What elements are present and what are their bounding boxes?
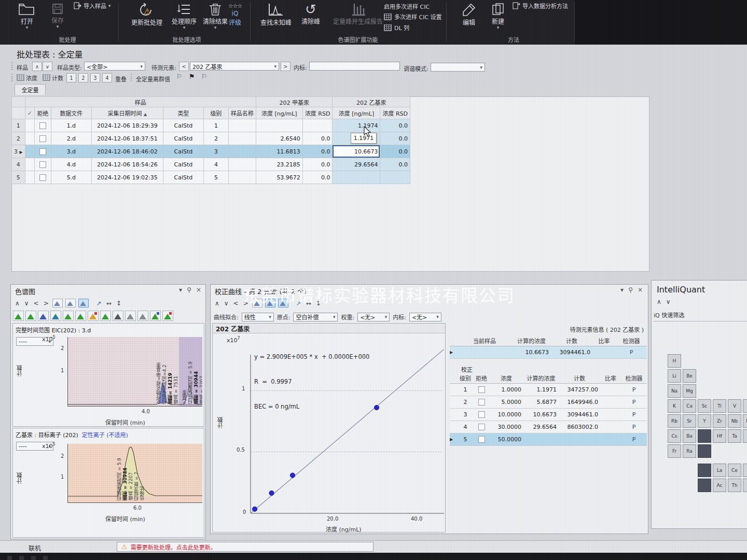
periodic-element-Pr[interactable]: Pr bbox=[743, 464, 747, 477]
find-unknown-peaks-button[interactable]: 查找未知峰 bbox=[258, 3, 294, 26]
update-warning-message[interactable]: ⚠ 需要更新批处理。点击此处更新。 bbox=[117, 542, 374, 552]
periodic-element-Pa[interactable]: Pa bbox=[743, 479, 747, 492]
nav-prev-button[interactable]: < bbox=[33, 300, 40, 307]
overlay-toggle[interactable]: 重叠 bbox=[115, 75, 127, 83]
conc-cell[interactable]: 10.0000 bbox=[489, 409, 523, 421]
col-header-et-rsd[interactable]: 浓度 RSD bbox=[380, 107, 410, 119]
nav-down-button[interactable]: ∨ bbox=[223, 300, 230, 307]
periodic-element-Y[interactable]: Y bbox=[698, 414, 711, 428]
col-header-me-conc[interactable]: 浓度 [ng/mL] bbox=[256, 107, 302, 119]
zoom-out-full-button[interactable]: ↗ bbox=[295, 300, 302, 307]
peak-tool-icon-12[interactable] bbox=[162, 311, 173, 321]
autoscale-y-button[interactable]: ↕ bbox=[115, 300, 122, 307]
calc-conc-cell[interactable]: 10.6673 bbox=[523, 409, 559, 421]
peak-tool-icon-3[interactable] bbox=[50, 311, 61, 321]
periodic-element-Ac[interactable]: Ac bbox=[713, 479, 726, 492]
et-conc-cell[interactable]: 29.6564 bbox=[333, 158, 380, 171]
reject-cell[interactable] bbox=[34, 119, 51, 132]
periodic-element-V[interactable]: V bbox=[728, 399, 741, 413]
nav-next-button[interactable]: > bbox=[242, 300, 250, 307]
samplename-cell[interactable] bbox=[228, 119, 256, 132]
autoscale-y-button[interactable]: ↕ bbox=[315, 300, 322, 307]
me-rsd-cell[interactable]: 0.0 bbox=[302, 132, 333, 145]
samplename-cell[interactable] bbox=[228, 171, 256, 184]
me-conc-cell[interactable]: 11.6813 bbox=[256, 145, 302, 158]
datafile-cell[interactable]: 5.d bbox=[51, 171, 91, 184]
periodic-element-Ba[interactable]: Ba bbox=[683, 429, 696, 443]
level-cell[interactable]: 1 bbox=[203, 119, 228, 132]
peak-tool-icon-7[interactable] bbox=[100, 311, 111, 321]
conc-cell[interactable]: 50.0000 bbox=[489, 433, 523, 446]
ratio-cell[interactable] bbox=[600, 409, 621, 421]
col-conc[interactable]: 浓度 bbox=[489, 373, 523, 384]
datafile-cell[interactable]: 4.d bbox=[51, 158, 91, 171]
reject-checkbox[interactable] bbox=[39, 122, 46, 129]
both-view-button[interactable] bbox=[278, 299, 288, 307]
istd-select[interactable] bbox=[309, 62, 400, 71]
level-cell[interactable]: 5 bbox=[203, 171, 228, 184]
calibration-level-row[interactable]: 310.000010.66733094461.0P bbox=[450, 409, 647, 421]
peak-tool-icon-0[interactable] bbox=[13, 311, 24, 321]
flag-cell[interactable] bbox=[25, 171, 34, 184]
tab-full-quant[interactable]: 全定量 bbox=[15, 84, 46, 95]
layout-list-button[interactable] bbox=[65, 299, 76, 307]
datafile-cell[interactable]: 1.d bbox=[51, 119, 91, 132]
col-calc-conc[interactable]: 计算的浓度 bbox=[523, 373, 559, 384]
show-concentration-toggle[interactable]: 浓度 bbox=[16, 73, 38, 82]
reject-checkbox[interactable] bbox=[478, 411, 485, 418]
nav-down-button[interactable]: ∨ bbox=[23, 300, 30, 307]
me-conc-cell[interactable]: 53.9672 bbox=[256, 171, 302, 184]
col-reject[interactable]: 拒绝 bbox=[474, 373, 489, 384]
level-cell[interactable]: 5 bbox=[457, 433, 474, 446]
datetime-cell[interactable]: 2024-12-06 18:54:26 bbox=[91, 158, 163, 171]
new-method-button[interactable]: 新建 ▾ bbox=[486, 3, 510, 29]
peak-tool-icon-9[interactable] bbox=[125, 311, 136, 321]
col-ratio[interactable]: 比率 bbox=[592, 335, 616, 346]
reject-cell[interactable] bbox=[34, 132, 51, 145]
reject-checkbox[interactable] bbox=[478, 424, 485, 430]
datetime-cell[interactable]: 2024-12-06 19:02:35 bbox=[91, 171, 163, 184]
fit-setting-select-1[interactable]: 空白补偿▾ bbox=[293, 313, 338, 321]
nav-up-button[interactable]: ∧ bbox=[214, 300, 220, 307]
reject-checkbox[interactable] bbox=[478, 399, 485, 405]
counts-cell[interactable]: 3094461.0 bbox=[559, 409, 600, 421]
col-level[interactable]: 级别 bbox=[457, 373, 474, 384]
col-counts[interactable]: 计数 bbox=[551, 335, 592, 346]
flag-cell[interactable] bbox=[25, 158, 34, 171]
reject-checkbox[interactable] bbox=[39, 174, 46, 181]
iq-rating-button[interactable]: ☆☆☆ iQ 评级 bbox=[222, 3, 248, 26]
digit-2-button[interactable]: 2 bbox=[78, 73, 88, 82]
periodic-element-Ta[interactable]: Ta bbox=[728, 429, 741, 443]
close-icon[interactable]: × bbox=[196, 286, 201, 293]
show-counts-toggle[interactable]: 计数 bbox=[42, 73, 64, 82]
tune-mode-select[interactable]: ▾ bbox=[431, 63, 485, 72]
conc-cell[interactable]: 1.0000 bbox=[489, 384, 523, 396]
reject-checkbox[interactable] bbox=[478, 386, 485, 393]
datetime-cell[interactable]: 2024-12-06 18:46:02 bbox=[91, 145, 163, 158]
et-rsd-cell[interactable]: 0.0 bbox=[380, 158, 410, 171]
nav-up-button[interactable]: ∧ bbox=[14, 300, 21, 307]
iq-quick-filter[interactable]: iQ 快速筛选 bbox=[654, 311, 747, 321]
analyte-next-button[interactable]: > bbox=[281, 62, 290, 71]
et-rsd-cell[interactable] bbox=[380, 171, 410, 184]
reject-checkbox[interactable] bbox=[39, 135, 46, 142]
menu-down-icon[interactable]: ▾ bbox=[620, 286, 624, 293]
et-rsd-cell[interactable]: 0.0 bbox=[380, 132, 410, 145]
peak-tool-icon-1[interactable] bbox=[25, 311, 36, 321]
ratio-cell[interactable] bbox=[600, 396, 621, 409]
autoscale-x-button[interactable]: ↔ bbox=[105, 300, 113, 307]
outlier-grip[interactable] bbox=[131, 74, 134, 81]
level-cell[interactable]: 4 bbox=[457, 421, 474, 433]
col-detector[interactable]: 检测器 bbox=[616, 335, 647, 346]
peak-tool-icon-11[interactable] bbox=[150, 311, 161, 321]
flag-cell[interactable] bbox=[25, 119, 34, 132]
edit-method-button[interactable]: 编辑 bbox=[455, 3, 482, 26]
periodic-element-Mo[interactable]: Mo bbox=[743, 414, 747, 428]
row-number[interactable]: 1 bbox=[12, 119, 25, 132]
flag-column-header[interactable]: ✓ bbox=[25, 107, 34, 119]
zoom-out-full-button[interactable]: ↗ bbox=[95, 300, 103, 307]
level-cell[interactable]: 1 bbox=[457, 384, 474, 396]
fit-setting-select-3[interactable]: <无>▾ bbox=[409, 313, 441, 321]
calibration-plot[interactable]: 202 乙基汞 x107 y = 2.9009E+005 * x + 0.000… bbox=[212, 323, 446, 533]
pin-icon[interactable]: ⚲ bbox=[187, 286, 191, 293]
